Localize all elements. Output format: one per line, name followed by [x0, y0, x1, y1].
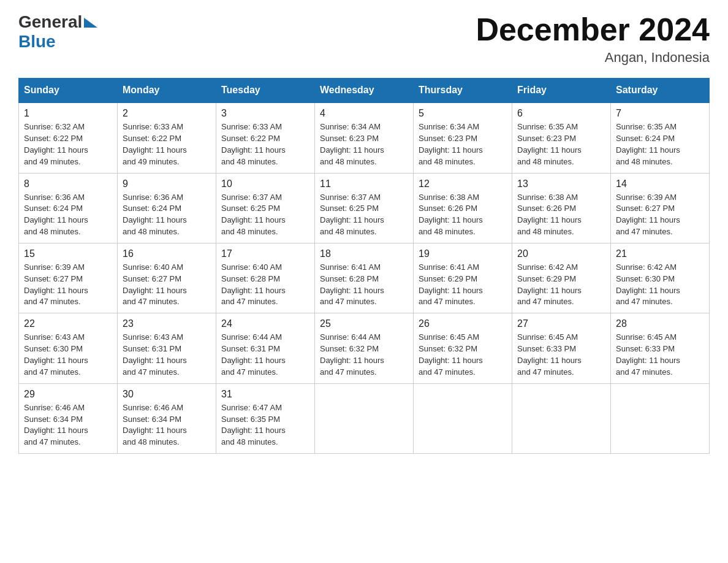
calendar-cell: 31Sunrise: 6:47 AMSunset: 6:35 PMDayligh…: [216, 383, 315, 453]
day-number: 14: [616, 178, 704, 190]
calendar-cell: [512, 383, 611, 453]
day-info: Sunrise: 6:41 AMSunset: 6:28 PMDaylight:…: [320, 262, 408, 308]
calendar-cell: 24Sunrise: 6:44 AMSunset: 6:31 PMDayligh…: [216, 313, 315, 383]
calendar-week-row: 22Sunrise: 6:43 AMSunset: 6:30 PMDayligh…: [19, 313, 710, 383]
day-number: 20: [517, 248, 605, 259]
page-header: General Blue December 2024 Angan, Indone…: [18, 12, 710, 66]
day-number: 25: [320, 318, 408, 329]
calendar-cell: 7Sunrise: 6:35 AMSunset: 6:24 PMDaylight…: [611, 102, 710, 173]
day-info: Sunrise: 6:39 AMSunset: 6:27 PMDaylight:…: [616, 192, 704, 238]
day-number: 3: [221, 108, 309, 119]
day-info: Sunrise: 6:46 AMSunset: 6:34 PMDaylight:…: [123, 402, 211, 448]
calendar-cell: 18Sunrise: 6:41 AMSunset: 6:28 PMDayligh…: [315, 243, 414, 313]
day-info: Sunrise: 6:39 AMSunset: 6:27 PMDaylight:…: [24, 262, 112, 308]
day-number: 11: [320, 178, 408, 190]
title-block: December 2024 Angan, Indonesia: [476, 12, 710, 66]
calendar-cell: 5Sunrise: 6:34 AMSunset: 6:23 PMDaylight…: [414, 102, 512, 173]
weekday-header-saturday: Saturday: [611, 79, 710, 103]
calendar-cell: 1Sunrise: 6:32 AMSunset: 6:22 PMDaylight…: [19, 102, 118, 173]
calendar-cell: 25Sunrise: 6:44 AMSunset: 6:32 PMDayligh…: [315, 313, 414, 383]
day-info: Sunrise: 6:32 AMSunset: 6:22 PMDaylight:…: [24, 121, 112, 167]
calendar-cell: 6Sunrise: 6:35 AMSunset: 6:23 PMDaylight…: [512, 102, 611, 173]
calendar-week-row: 29Sunrise: 6:46 AMSunset: 6:34 PMDayligh…: [19, 383, 710, 453]
day-info: Sunrise: 6:37 AMSunset: 6:25 PMDaylight:…: [221, 192, 309, 238]
calendar-cell: 9Sunrise: 6:36 AMSunset: 6:24 PMDaylight…: [118, 173, 216, 243]
day-number: 1: [24, 108, 112, 119]
day-info: Sunrise: 6:37 AMSunset: 6:25 PMDaylight:…: [320, 192, 408, 238]
calendar-cell: [315, 383, 414, 453]
day-info: Sunrise: 6:38 AMSunset: 6:26 PMDaylight:…: [517, 192, 605, 238]
day-number: 8: [24, 178, 112, 190]
day-info: Sunrise: 6:40 AMSunset: 6:27 PMDaylight:…: [123, 262, 211, 308]
day-number: 28: [616, 318, 704, 329]
day-info: Sunrise: 6:41 AMSunset: 6:29 PMDaylight:…: [419, 262, 507, 308]
day-info: Sunrise: 6:45 AMSunset: 6:33 PMDaylight:…: [517, 332, 605, 378]
weekday-header-tuesday: Tuesday: [216, 79, 315, 103]
day-info: Sunrise: 6:34 AMSunset: 6:23 PMDaylight:…: [419, 121, 507, 167]
logo-arrow-icon: [84, 18, 97, 28]
calendar-week-row: 8Sunrise: 6:36 AMSunset: 6:24 PMDaylight…: [19, 173, 710, 243]
page-title: December 2024: [476, 12, 710, 47]
calendar-cell: 21Sunrise: 6:42 AMSunset: 6:30 PMDayligh…: [611, 243, 710, 313]
day-info: Sunrise: 6:43 AMSunset: 6:31 PMDaylight:…: [123, 332, 211, 378]
calendar-cell: 14Sunrise: 6:39 AMSunset: 6:27 PMDayligh…: [611, 173, 710, 243]
calendar-cell: 23Sunrise: 6:43 AMSunset: 6:31 PMDayligh…: [118, 313, 216, 383]
day-number: 29: [24, 389, 112, 400]
calendar-cell: 16Sunrise: 6:40 AMSunset: 6:27 PMDayligh…: [118, 243, 216, 313]
calendar-cell: 2Sunrise: 6:33 AMSunset: 6:22 PMDaylight…: [118, 102, 216, 173]
weekday-header-thursday: Thursday: [414, 79, 512, 103]
day-info: Sunrise: 6:35 AMSunset: 6:23 PMDaylight:…: [517, 121, 605, 167]
day-number: 7: [616, 108, 704, 119]
day-info: Sunrise: 6:47 AMSunset: 6:35 PMDaylight:…: [221, 402, 309, 448]
day-number: 2: [123, 108, 211, 119]
calendar-week-row: 1Sunrise: 6:32 AMSunset: 6:22 PMDaylight…: [19, 102, 710, 173]
day-number: 12: [419, 178, 507, 190]
weekday-header-wednesday: Wednesday: [315, 79, 414, 103]
day-number: 4: [320, 108, 408, 119]
page-subtitle: Angan, Indonesia: [476, 50, 710, 66]
day-number: 18: [320, 248, 408, 259]
weekday-header-monday: Monday: [118, 79, 216, 103]
calendar-cell: 20Sunrise: 6:42 AMSunset: 6:29 PMDayligh…: [512, 243, 611, 313]
day-number: 22: [24, 318, 112, 329]
day-number: 23: [123, 318, 211, 329]
calendar-cell: 29Sunrise: 6:46 AMSunset: 6:34 PMDayligh…: [19, 383, 118, 453]
day-info: Sunrise: 6:40 AMSunset: 6:28 PMDaylight:…: [221, 262, 309, 308]
day-number: 21: [616, 248, 704, 259]
calendar-cell: 3Sunrise: 6:33 AMSunset: 6:22 PMDaylight…: [216, 102, 315, 173]
day-info: Sunrise: 6:33 AMSunset: 6:22 PMDaylight:…: [123, 121, 211, 167]
day-number: 26: [419, 318, 507, 329]
calendar-cell: 27Sunrise: 6:45 AMSunset: 6:33 PMDayligh…: [512, 313, 611, 383]
day-number: 17: [221, 248, 309, 259]
day-info: Sunrise: 6:44 AMSunset: 6:31 PMDaylight:…: [221, 332, 309, 378]
day-number: 5: [419, 108, 507, 119]
calendar-cell: 17Sunrise: 6:40 AMSunset: 6:28 PMDayligh…: [216, 243, 315, 313]
day-number: 19: [419, 248, 507, 259]
day-info: Sunrise: 6:33 AMSunset: 6:22 PMDaylight:…: [221, 121, 309, 167]
day-info: Sunrise: 6:45 AMSunset: 6:32 PMDaylight:…: [419, 332, 507, 378]
calendar-cell: 26Sunrise: 6:45 AMSunset: 6:32 PMDayligh…: [414, 313, 512, 383]
day-number: 24: [221, 318, 309, 329]
logo-blue-text: Blue: [18, 32, 56, 51]
weekday-header-friday: Friday: [512, 79, 611, 103]
day-number: 31: [221, 389, 309, 400]
day-info: Sunrise: 6:36 AMSunset: 6:24 PMDaylight:…: [123, 192, 211, 238]
calendar-cell: 4Sunrise: 6:34 AMSunset: 6:23 PMDaylight…: [315, 102, 414, 173]
day-info: Sunrise: 6:42 AMSunset: 6:29 PMDaylight:…: [517, 262, 605, 308]
calendar-cell: [611, 383, 710, 453]
calendar-cell: 15Sunrise: 6:39 AMSunset: 6:27 PMDayligh…: [19, 243, 118, 313]
calendar-week-row: 15Sunrise: 6:39 AMSunset: 6:27 PMDayligh…: [19, 243, 710, 313]
calendar-cell: 19Sunrise: 6:41 AMSunset: 6:29 PMDayligh…: [414, 243, 512, 313]
day-number: 10: [221, 178, 309, 190]
day-number: 9: [123, 178, 211, 190]
calendar-cell: 12Sunrise: 6:38 AMSunset: 6:26 PMDayligh…: [414, 173, 512, 243]
day-info: Sunrise: 6:46 AMSunset: 6:34 PMDaylight:…: [24, 402, 112, 448]
day-info: Sunrise: 6:36 AMSunset: 6:24 PMDaylight:…: [24, 192, 112, 238]
day-number: 15: [24, 248, 112, 259]
day-number: 27: [517, 318, 605, 329]
weekday-header-row: SundayMondayTuesdayWednesdayThursdayFrid…: [19, 79, 710, 103]
weekday-header-sunday: Sunday: [19, 79, 118, 103]
calendar-table: SundayMondayTuesdayWednesdayThursdayFrid…: [18, 78, 710, 454]
day-info: Sunrise: 6:42 AMSunset: 6:30 PMDaylight:…: [616, 262, 704, 308]
day-number: 13: [517, 178, 605, 190]
